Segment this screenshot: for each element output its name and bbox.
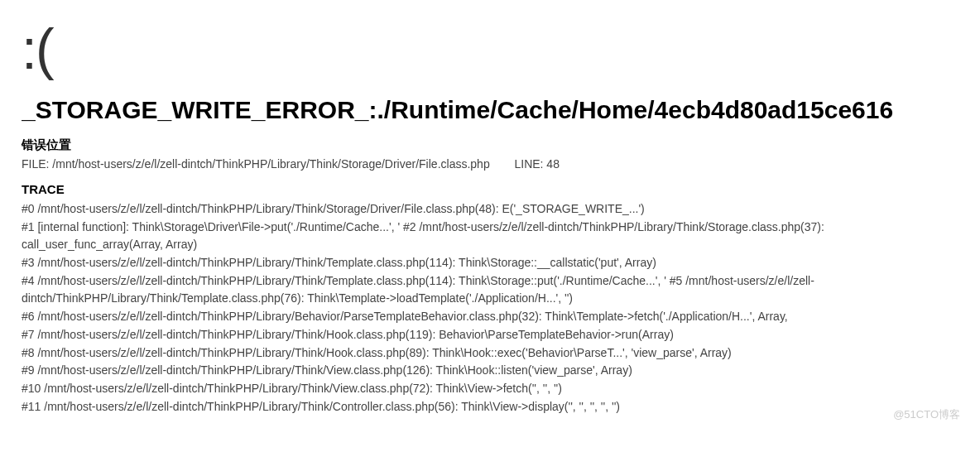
- file-label: FILE:: [22, 157, 49, 171]
- trace-heading: TRACE: [22, 182, 958, 196]
- error-title: _STORAGE_WRITE_ERROR_:./Runtime/Cache/Ho…: [22, 96, 958, 124]
- file-path: /mnt/host-users/z/e/l/zell-dintch/ThinkP…: [52, 157, 489, 171]
- trace-row: #11 /mnt/host-users/z/e/l/zell-dintch/Th…: [22, 398, 958, 416]
- location-heading: 错误位置: [22, 137, 958, 153]
- trace-row: #0 /mnt/host-users/z/e/l/zell-dintch/Thi…: [22, 200, 958, 219]
- line-number: 48: [546, 157, 560, 171]
- file-line: FILE: /mnt/host-users/z/e/l/zell-dintch/…: [22, 157, 958, 171]
- sad-face-icon: :(: [22, 17, 958, 81]
- trace-row: #7 /mnt/host-users/z/e/l/zell-dintch/Thi…: [22, 326, 958, 344]
- trace-row: #1 [internal function]: Think\Storage\Dr…: [22, 219, 958, 254]
- trace-row: #8 /mnt/host-users/z/e/l/zell-dintch/Thi…: [22, 344, 958, 363]
- trace-row: #3 /mnt/host-users/z/e/l/zell-dintch/Thi…: [22, 254, 958, 272]
- watermark: @51CTO博客: [893, 407, 960, 422]
- trace-row: #9 /mnt/host-users/z/e/l/zell-dintch/Thi…: [22, 362, 958, 380]
- trace-list: #0 /mnt/host-users/z/e/l/zell-dintch/Thi…: [22, 200, 958, 416]
- trace-row: #10 /mnt/host-users/z/e/l/zell-dintch/Th…: [22, 380, 958, 398]
- trace-row: #6 /mnt/host-users/z/e/l/zell-dintch/Thi…: [22, 308, 958, 326]
- trace-row: #4 /mnt/host-users/z/e/l/zell-dintch/Thi…: [22, 272, 958, 308]
- line-label: LINE:: [514, 157, 543, 171]
